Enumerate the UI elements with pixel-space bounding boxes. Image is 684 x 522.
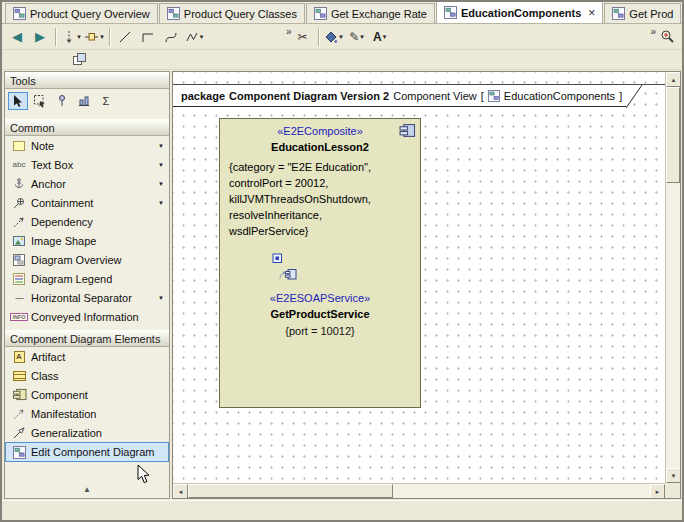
palette-item-text-box[interactable]: abc Text Box ▼ [5,155,169,174]
delegation-component-icon[interactable] [276,265,298,282]
palette-item-component[interactable]: Component [5,385,169,404]
palette-item-class[interactable]: Class [5,366,169,385]
draw-path-icon [61,29,76,44]
palette-item-image-shape[interactable]: Image Shape [5,231,169,250]
note-icon [11,141,27,151]
scroll-right-button[interactable]: ► [650,484,665,499]
scroll-left-button[interactable]: ◄ [173,484,188,499]
component-tagged-values: {category = "E2E Education", controlPort… [220,159,420,239]
free-select-tool[interactable] [30,92,50,110]
insert-element-tool-button[interactable]: ▾ [83,26,105,48]
toolbar-overflow-chevron[interactable]: » [286,26,291,37]
horizontal-scrollbar[interactable]: ◄ ► [173,483,665,498]
palette-item-label: Text Box [31,159,154,171]
palette-item-diagram-legend[interactable]: Diagram Legend [5,269,169,288]
pen-color-button[interactable]: ✎ ▾ [346,26,368,48]
palette-section-tools[interactable]: Tools [5,72,169,89]
scrollbar-corner [665,483,680,498]
palette-item-horizontal-separator[interactable]: ---- Horizontal Separator ▼ [5,288,169,307]
palette-item-edit-component-diagram[interactable]: Edit Component Diagram [5,442,169,462]
frame-diagram-name: Component Diagram Version 2 [229,90,389,102]
zoom-button[interactable] [656,26,678,48]
palette-section-component-diagram-elements[interactable]: Component Diagram Elements [5,330,169,347]
diagram-canvas[interactable]: package Component Diagram Version 2 Comp… [173,72,665,483]
tab-product-query-overview[interactable]: Product Query Overview [5,3,158,23]
dropdown-arrow-icon[interactable]: ▼ [158,295,164,301]
palette-item-note[interactable]: Note ▼ [5,136,169,155]
cut-button[interactable]: ✂ [292,26,314,48]
dropdown-arrow-icon[interactable]: ▼ [158,181,164,187]
palette-item-dependency[interactable]: Dependency [5,212,169,231]
artifact-icon: A [11,351,27,363]
palette-item-diagram-overview[interactable]: Diagram Overview [5,250,169,269]
palette-item-artifact[interactable]: A Artifact [5,347,169,366]
palette-item-manifestation[interactable]: Manifestation [5,404,169,423]
related-elements-button[interactable] [68,49,90,71]
toolbar-separator [318,28,319,46]
diagram-icon [13,7,26,20]
diagram-icon [314,7,327,20]
tag-line: resolveInheritance, [229,207,420,223]
tab-label: Product Query Classes [184,8,297,20]
vertical-scrollbar[interactable]: ▲ ▼ [665,72,680,483]
rectilinear-path-button[interactable] [137,26,159,48]
port-icon[interactable] [272,253,283,264]
tools-row: Σ [5,89,169,119]
palette-item-anchor[interactable]: Anchor ▼ [5,174,169,193]
summary-tool[interactable]: Σ [96,92,116,110]
curved-path-button[interactable] [160,26,182,48]
draw-path-tool-button[interactable]: ▾ [60,26,82,48]
dropdown-arrow-icon[interactable]: ▼ [158,162,164,168]
diagram-frame-header[interactable]: package Component Diagram Version 2 Comp… [173,85,642,107]
tab-close-icon[interactable]: × [588,8,595,18]
palette-section-common[interactable]: Common [5,119,169,136]
palette-item-conveyed-information[interactable]: INFO Conveyed Information [5,307,169,326]
containment-icon [11,197,27,209]
tag-line: killJVMThreadsOnShutdown, [229,191,420,207]
palette-item-generalization[interactable]: Generalization [5,423,169,442]
palette-item-label: Containment [31,197,154,209]
insert-element-icon [84,29,99,44]
scroll-down-button[interactable]: ▼ [666,468,681,483]
palette-collapse-button[interactable]: ▲ [5,482,169,498]
frame-open-bracket: [ [481,90,484,102]
tab-get-exchange-rate[interactable]: Get Exchange Rate [306,3,435,23]
palette-item-label: Diagram Overview [31,254,164,266]
toolbar-overflow-chevron[interactable]: » [650,26,655,37]
back-button[interactable]: ◀ [6,26,28,48]
sticky-mode-tool[interactable] [52,92,72,110]
oblique-path-button[interactable] [114,26,136,48]
forward-button[interactable]: ▶ [29,26,51,48]
horizontal-separator-icon: ---- [11,293,27,303]
tab-educationcomponents[interactable]: EducationComponents × [436,2,603,23]
diagram-icon [612,7,625,20]
palette-item-containment[interactable]: Containment ▼ [5,193,169,212]
scroll-up-button[interactable]: ▲ [666,72,681,87]
fill-color-button[interactable]: ▾ [323,26,345,48]
vertical-scroll-thumb[interactable] [666,87,680,183]
toolbar-separator [55,28,56,46]
tab-get-product[interactable]: Get Prod [604,3,681,23]
magnifier-zoom-icon [660,29,675,44]
dropdown-arrow-icon[interactable]: ▼ [158,200,164,206]
splined-line-icon [185,30,199,44]
vertical-scroll-track[interactable] [666,87,680,468]
palette-item-label: Note [31,140,154,152]
font-color-button[interactable]: A ▾ [369,26,391,48]
chevron-down-icon: ▾ [360,33,364,41]
horizontal-scroll-track[interactable] [188,484,650,498]
align-tool[interactable] [74,92,94,110]
diagram-tab-bar: Product Query Overview Product Query Cla… [2,2,682,24]
select-tool[interactable] [8,92,28,110]
horizontal-scroll-thumb[interactable] [188,484,393,498]
overlapping-squares-icon [72,52,87,67]
component-diagram-icon [444,6,457,19]
splined-path-button[interactable]: ▾ [183,26,205,48]
frame-view-name: Component View [393,90,477,102]
component-educationlesson2[interactable]: «E2EComposite» EducationLesson2 {categor… [219,118,421,408]
sigma-icon: Σ [103,95,110,107]
tab-product-query-classes[interactable]: Product Query Classes [159,3,305,23]
frame-header-diagonal [626,85,642,108]
dropdown-arrow-icon[interactable]: ▼ [158,143,164,149]
diagram-icon [167,7,180,20]
